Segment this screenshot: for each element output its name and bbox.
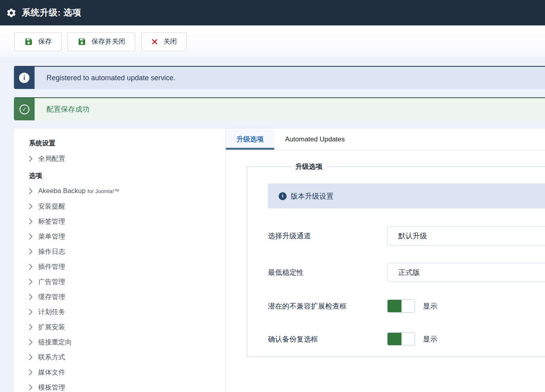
toggle-on-half (388, 333, 401, 345)
sidebar-item-label-suffix: for Joomla!™ (87, 188, 119, 194)
form-row-compatibility-checkbox: 潜在的不兼容扩展检查框 显示 (268, 299, 545, 313)
field-label: 选择升级通道 (268, 231, 387, 241)
sidebar-item-label: 安装提醒 (38, 202, 65, 211)
tab-update-options[interactable]: 升级选项 (226, 129, 274, 150)
sidebar-item-global-configuration[interactable]: 全局配置 (29, 151, 225, 166)
form-rows: 选择升级通道 默认升级 最低稳定性 正式版 潜在的不兼容扩展检查框 显示 确认备… (268, 226, 545, 346)
chevron-right-icon (29, 218, 33, 224)
chevron-right-icon (29, 249, 33, 255)
toggle-state-label: 显示 (423, 334, 437, 344)
alerts: i Registered to automated update service… (14, 66, 545, 120)
sidebar-item-contacts[interactable]: 联系方式 (29, 350, 225, 365)
chevron-right-icon (29, 354, 33, 360)
field-label: 最低稳定性 (268, 268, 387, 277)
version-update-note: i 版本升级设置 (268, 183, 545, 209)
toolbar: 保存 保存并关闭 关闭 (0, 25, 545, 58)
save-and-close-button-label: 保存并关闭 (91, 37, 125, 46)
tab-bar: 升级选项 Automated Updates (226, 129, 545, 150)
sidebar-item-label: 计划任务 (38, 307, 65, 317)
sidebar-item-action-logs[interactable]: 操作日志 (29, 244, 225, 259)
sidebar-item-scheduled-tasks[interactable]: 计划任务 (29, 304, 225, 319)
settings-sidebar: 系统设置 全局配置 选项 Akeeba Backup for Joomla!™ … (14, 129, 226, 392)
form-row-minimum-stability: 最低稳定性 正式版 (268, 263, 545, 282)
chevron-right-icon (29, 369, 33, 375)
sidebar-item-label: 缓存管理 (38, 292, 65, 301)
gear-icon (6, 8, 17, 18)
sidebar-item-cache[interactable]: 缓存管理 (29, 289, 225, 304)
toggle-state-label: 显示 (423, 301, 437, 311)
save-and-close-button[interactable]: 保存并关闭 (68, 32, 135, 51)
backup-confirm-toggle[interactable] (387, 332, 415, 346)
sidebar-item-media[interactable]: 媒体文件 (29, 365, 225, 380)
success-alert-message: 配置保存成功 (35, 98, 545, 120)
update-channel-select[interactable]: 默认升级 (387, 226, 545, 245)
page-title: 系统升级: 选项 (22, 7, 81, 19)
field-label: 确认备份复选框 (268, 334, 387, 344)
chevron-right-icon (29, 384, 33, 390)
chevron-right-icon (29, 234, 33, 239)
chevron-right-icon (29, 279, 33, 285)
fieldset-legend: 升级选项 (291, 162, 326, 171)
chevron-right-icon (29, 156, 33, 162)
sidebar-item-menus[interactable]: 菜单管理 (29, 229, 225, 244)
chevron-right-icon (29, 309, 33, 315)
sidebar-item-label: 链接重定向 (38, 338, 72, 347)
close-icon (151, 38, 158, 45)
info-icon: i (279, 192, 287, 200)
sidebar-item-label: 广告管理 (38, 277, 65, 286)
close-button-label: 关闭 (163, 37, 177, 46)
sidebar-item-label: 操作日志 (38, 247, 65, 256)
sidebar-item-label: 插件管理 (38, 262, 65, 271)
form-row-update-channel: 选择升级通道 默认升级 (268, 226, 545, 245)
sidebar-item-akeeba-backup[interactable]: Akeeba Backup for Joomla!™ (29, 183, 225, 199)
sidebar-item-templates[interactable]: 模板管理 (29, 380, 225, 392)
update-options-fieldset: 升级选项 i 版本升级设置 选择升级通道 默认升级 最低稳定性 正式版 潜在的不… (247, 162, 545, 357)
save-icon (78, 37, 86, 46)
compatibility-check-toggle[interactable] (387, 299, 415, 313)
sidebar-item-label: 联系方式 (38, 353, 65, 362)
sidebar-heading-system-settings: 系统设置 (29, 136, 225, 151)
sidebar-item-label: 模板管理 (38, 383, 65, 392)
sidebar-item-label: 全局配置 (38, 154, 65, 163)
sidebar-heading-options: 选项 (29, 168, 225, 183)
success-alert: ✓ 配置保存成功 (14, 97, 545, 120)
save-button-label: 保存 (38, 37, 52, 46)
save-icon (24, 37, 33, 46)
sidebar-item-plugins[interactable]: 插件管理 (29, 259, 225, 274)
chevron-right-icon (29, 264, 33, 270)
sidebar-item-redirects[interactable]: 链接重定向 (29, 334, 225, 350)
sidebar-item-label: Akeeba Backup (38, 187, 85, 195)
sidebar-item-banners[interactable]: 广告管理 (29, 274, 225, 289)
main-area: 系统设置 全局配置 选项 Akeeba Backup for Joomla!™ … (14, 129, 545, 392)
info-icon: i (14, 67, 35, 89)
sidebar-item-tags[interactable]: 标签管理 (29, 214, 225, 229)
toggle-on-half (388, 300, 401, 312)
sidebar-item-label: 媒体文件 (38, 368, 65, 377)
sidebar-item-installation-reminders[interactable]: 安装提醒 (29, 199, 225, 214)
sidebar-item-extension-install[interactable]: 扩展安装 (29, 319, 225, 334)
chevron-right-icon (29, 339, 33, 345)
info-alert-message: Registered to automated update service. (35, 67, 545, 89)
sidebar-item-label: 扩展安装 (38, 322, 65, 332)
close-button[interactable]: 关闭 (141, 32, 187, 51)
app-header: 系统升级: 选项 (0, 0, 545, 25)
note-text: 版本升级设置 (291, 191, 334, 201)
sidebar-item-label: 菜单管理 (38, 232, 65, 241)
content-panel: 升级选项 Automated Updates 升级选项 i 版本升级设置 选择升… (226, 129, 545, 392)
chevron-right-icon (29, 294, 33, 300)
form-row-backup-checkbox: 确认备份复选框 显示 (268, 332, 545, 346)
sidebar-item-label: 标签管理 (38, 217, 65, 226)
minimum-stability-select[interactable]: 正式版 (387, 263, 545, 282)
chevron-right-icon (29, 324, 33, 330)
info-alert: i Registered to automated update service… (14, 66, 545, 89)
save-button[interactable]: 保存 (14, 32, 62, 51)
check-circle-icon: ✓ (14, 98, 35, 120)
chevron-right-icon (29, 203, 33, 209)
field-label: 潜在的不兼容扩展检查框 (268, 301, 387, 311)
tab-automated-updates[interactable]: Automated Updates (274, 129, 355, 150)
chevron-right-icon (29, 188, 33, 194)
